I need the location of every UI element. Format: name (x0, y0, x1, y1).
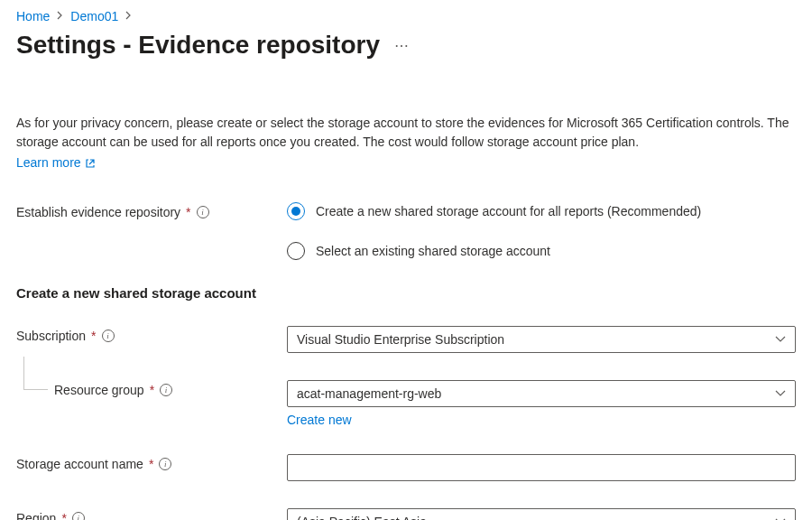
subscription-select[interactable]: Visual Studio Enterprise Subscription (287, 326, 796, 353)
required-marker: * (61, 511, 66, 520)
storage-account-row: Storage account name * i (16, 454, 796, 481)
breadcrumb-demo[interactable]: Demo01 (70, 9, 118, 23)
learn-more-label: Learn more (16, 155, 81, 170)
breadcrumb: Home Demo01 (16, 9, 796, 23)
region-select[interactable]: (Asia Pacific) East Asia (287, 508, 796, 520)
radio-select-existing[interactable]: Select an existing shared storage accoun… (287, 242, 796, 260)
resource-group-label-text: Resource group (54, 383, 144, 397)
info-icon[interactable]: i (197, 206, 209, 218)
subscription-row: Subscription * i Visual Studio Enterpris… (16, 326, 796, 353)
storage-account-input[interactable] (287, 454, 796, 481)
radio-existing-label: Select an existing shared storage accoun… (316, 244, 550, 258)
info-icon[interactable]: i (160, 384, 172, 396)
learn-more-link[interactable]: Learn more (16, 155, 96, 170)
region-label: Region * i (16, 508, 287, 520)
resource-group-select[interactable]: acat-management-rg-web (287, 380, 796, 407)
establish-radio-group: Create a new shared storage account for … (287, 202, 796, 260)
region-value: (Asia Pacific) East Asia (297, 515, 427, 520)
required-marker: * (186, 205, 190, 219)
establish-row: Establish evidence repository * i Create… (16, 202, 796, 260)
required-marker: * (150, 383, 154, 397)
resource-group-value: acat-management-rg-web (297, 386, 441, 401)
region-label-text: Region (16, 511, 56, 520)
radio-unselected-icon (287, 242, 305, 260)
page-title: Settings - Evidence repository (16, 31, 380, 60)
subscription-label-text: Subscription (16, 329, 86, 343)
create-new-rg-link[interactable]: Create new (287, 413, 352, 427)
radio-create-label: Create a new shared storage account for … (316, 204, 701, 218)
breadcrumb-home[interactable]: Home (16, 9, 50, 23)
info-icon[interactable]: i (159, 458, 171, 470)
resource-group-row: Resource group * i acat-management-rg-we… (16, 380, 796, 427)
subscription-value: Visual Studio Enterprise Subscription (297, 332, 504, 347)
required-marker: * (91, 329, 96, 343)
chevron-down-icon (775, 334, 786, 345)
description-text: As for your privacy concern, please crea… (16, 114, 796, 152)
establish-label-text: Establish evidence repository (16, 205, 180, 219)
chevron-down-icon (775, 388, 786, 399)
external-link-icon (85, 157, 96, 168)
radio-selected-icon (287, 202, 305, 220)
chevron-right-icon (57, 10, 63, 23)
required-marker: * (149, 457, 153, 471)
info-icon[interactable]: i (102, 330, 115, 342)
more-actions-button[interactable]: ⋯ (394, 37, 410, 54)
subscription-label: Subscription * i (16, 326, 287, 343)
page-title-row: Settings - Evidence repository ⋯ (16, 31, 796, 60)
resource-group-label: Resource group * i (16, 380, 287, 397)
establish-label: Establish evidence repository * i (16, 202, 287, 219)
section-heading: Create a new shared storage account (16, 285, 796, 301)
info-icon[interactable]: i (72, 512, 85, 520)
storage-account-label: Storage account name * i (16, 454, 287, 471)
region-row: Region * i (Asia Pacific) East Asia (16, 508, 796, 520)
radio-create-new[interactable]: Create a new shared storage account for … (287, 202, 796, 220)
storage-account-label-text: Storage account name (16, 457, 143, 471)
chevron-right-icon (125, 10, 132, 23)
chevron-down-icon (775, 516, 786, 520)
